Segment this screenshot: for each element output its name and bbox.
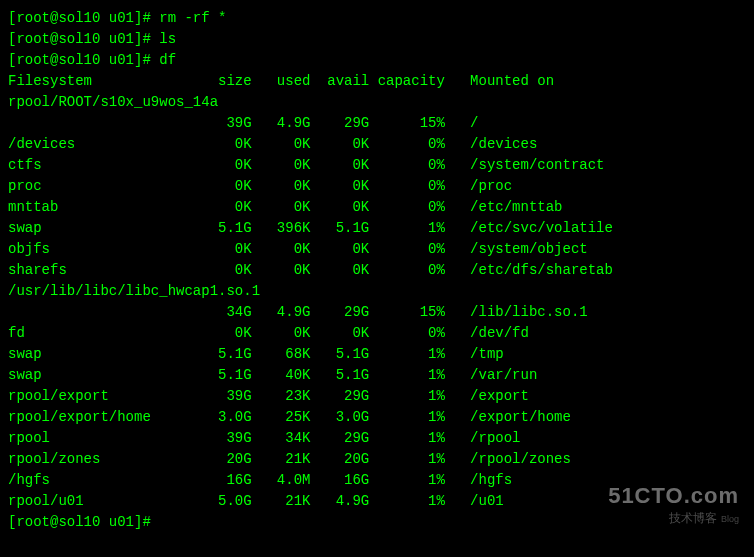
command-text: rm -rf * [159,10,226,26]
df-row: /hgfs 16G 4.0M 16G 1% /hgfs [8,470,746,491]
df-row: rpool/zones 20G 21K 20G 1% /rpool/zones [8,449,746,470]
command-line-current[interactable]: [root@sol10 u01]# [8,512,746,533]
command-text: ls [159,31,176,47]
df-row: ctfs 0K 0K 0K 0% /system/contract [8,155,746,176]
command-text: df [159,52,176,68]
df-row: objfs 0K 0K 0K 0% /system/object [8,239,746,260]
df-row-values: 39G 4.9G 29G 15% / [8,113,746,134]
df-row: swap 5.1G 68K 5.1G 1% /tmp [8,344,746,365]
df-row: proc 0K 0K 0K 0% /proc [8,176,746,197]
df-header: Filesystem size used avail capacity Moun… [8,71,746,92]
df-row: swap 5.1G 396K 5.1G 1% /etc/svc/volatile [8,218,746,239]
shell-prompt: [root@sol10 u01]# [8,31,159,47]
df-row: rpool/u01 5.0G 21K 4.9G 1% /u01 [8,491,746,512]
df-row: mnttab 0K 0K 0K 0% /etc/mnttab [8,197,746,218]
df-row-values: 34G 4.9G 29G 15% /lib/libc.so.1 [8,302,746,323]
df-row: /devices 0K 0K 0K 0% /devices [8,134,746,155]
command-line: [root@sol10 u01]# rm -rf * [8,8,746,29]
terminal-output[interactable]: [root@sol10 u01]# rm -rf *[root@sol10 u0… [8,8,746,533]
df-row: swap 5.1G 40K 5.1G 1% /var/run [8,365,746,386]
shell-prompt: [root@sol10 u01]# [8,10,159,26]
command-line: [root@sol10 u01]# df [8,50,746,71]
df-row: rpool 39G 34K 29G 1% /rpool [8,428,746,449]
df-row: fd 0K 0K 0K 0% /dev/fd [8,323,746,344]
shell-prompt: [root@sol10 u01]# [8,52,159,68]
command-line: [root@sol10 u01]# ls [8,29,746,50]
df-row-fs: rpool/ROOT/s10x_u9wos_14a [8,92,746,113]
df-row-fs: /usr/lib/libc/libc_hwcap1.so.1 [8,281,746,302]
df-row: sharefs 0K 0K 0K 0% /etc/dfs/sharetab [8,260,746,281]
shell-prompt: [root@sol10 u01]# [8,514,159,530]
df-row: rpool/export 39G 23K 29G 1% /export [8,386,746,407]
df-row: rpool/export/home 3.0G 25K 3.0G 1% /expo… [8,407,746,428]
